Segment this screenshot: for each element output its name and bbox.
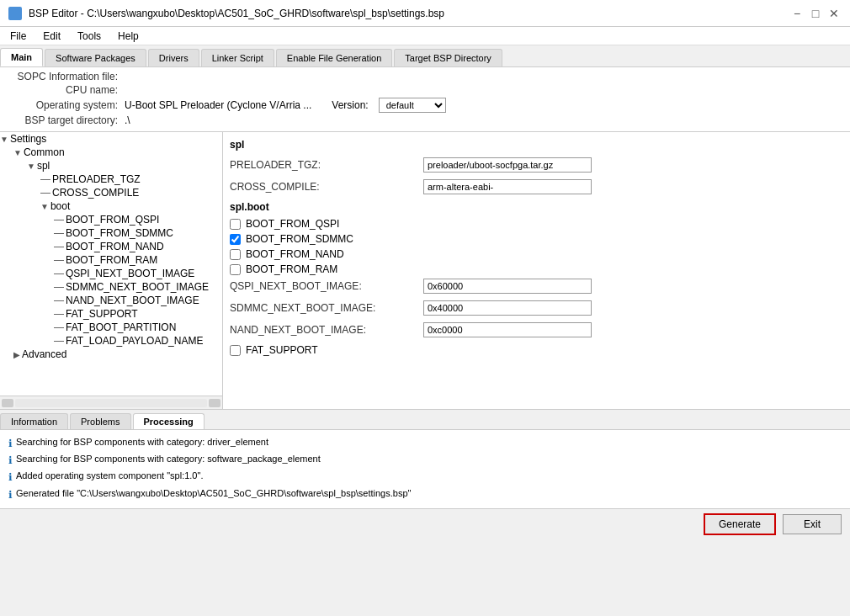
info-icon: ℹ [8, 436, 13, 452]
app-icon [8, 7, 22, 20]
tab-enable-file-generation[interactable]: Enable File Generation [276, 49, 393, 66]
log-text: Searching for BSP components with catego… [16, 435, 268, 450]
preloader-input[interactable] [423, 157, 592, 173]
cross-compile-input[interactable] [423, 179, 592, 194]
menu-edit[interactable]: Edit [36, 29, 67, 43]
menu-tools[interactable]: Tools [71, 29, 108, 43]
menu-help[interactable]: Help [111, 29, 146, 43]
boot-ram-row: BOOT_FROM_RAM [230, 263, 843, 275]
boot-ram-label: BOOT_FROM_RAM [246, 263, 337, 275]
info-icon: ℹ [8, 470, 13, 486]
generate-button[interactable]: Generate [704, 513, 776, 535]
qspi-next-input[interactable] [423, 279, 592, 294]
title-bar-controls[interactable]: − □ ✕ [789, 6, 842, 21]
tab-drivers[interactable]: Drivers [148, 49, 199, 66]
tree-node[interactable]: —BOOT_FROM_SDMMC [0, 226, 222, 240]
boot-sdmmc-checkbox[interactable] [230, 234, 241, 245]
sdmmc-next-label: SDMMC_NEXT_BOOT_IMAGE: [230, 302, 423, 314]
main-tab-bar: Main Software Packages Drivers Linker Sc… [0, 45, 850, 67]
tree-panel: ▼Settings▼Common▼spl—PRELOADER_TGZ—CROSS… [0, 132, 223, 409]
tab-linker-script[interactable]: Linker Script [201, 49, 274, 66]
tree-node[interactable]: —BOOT_FROM_RAM [0, 253, 222, 267]
bsp-row: BSP target directory: .\ [8, 114, 842, 126]
log-tab-bar: Information Problems Processing [0, 410, 850, 430]
tree-node[interactable]: —FAT_LOAD_PAYLOAD_NAME [0, 334, 222, 348]
tree-node[interactable]: ▼boot [0, 199, 222, 213]
info-icon: ℹ [8, 487, 13, 503]
tab-main[interactable]: Main [0, 48, 43, 66]
cross-compile-label: CROSS_COMPILE: [230, 181, 423, 193]
cpu-row: CPU name: [8, 84, 842, 96]
tab-target-bsp-directory[interactable]: Target BSP Directory [394, 49, 502, 66]
version-label: Version: [332, 99, 368, 111]
main-content: ▼Settings▼Common▼spl—PRELOADER_TGZ—CROSS… [0, 132, 850, 410]
tree-inner[interactable]: ▼Settings▼Common▼spl—PRELOADER_TGZ—CROSS… [0, 132, 222, 396]
log-entry: ℹSearching for BSP components with categ… [8, 452, 842, 469]
log-tab-information[interactable]: Information [0, 413, 68, 429]
boot-nand-checkbox[interactable] [230, 249, 241, 260]
version-select[interactable]: default [379, 98, 446, 113]
boot-nand-row: BOOT_FROM_NAND [230, 248, 843, 260]
fat-support-label: FAT_SUPPORT [246, 344, 318, 356]
tree-node[interactable]: —SDMMC_NEXT_BOOT_IMAGE [0, 280, 222, 294]
sdmmc-next-row: SDMMC_NEXT_BOOT_IMAGE: [230, 300, 843, 316]
close-button[interactable]: ✕ [826, 6, 842, 21]
tree-node[interactable]: ▼Settings [0, 132, 222, 146]
preloader-label: PRELOADER_TGZ: [230, 159, 423, 171]
tree-node[interactable]: —BOOT_FROM_NAND [0, 240, 222, 253]
fat-support-row: FAT_SUPPORT [230, 344, 843, 356]
sopc-label: SOPC Information file: [8, 71, 118, 82]
boot-sdmmc-row: BOOT_FROM_SDMMC [230, 233, 843, 245]
bsp-label: BSP target directory: [8, 114, 118, 126]
tree-node[interactable]: —FAT_SUPPORT [0, 307, 222, 321]
log-text: Searching for BSP components with catego… [16, 452, 321, 467]
qspi-next-label: QSPI_NEXT_BOOT_IMAGE: [230, 280, 423, 292]
log-entry: ℹSearching for BSP components with categ… [8, 435, 842, 452]
log-text: Added operating system component "spl:1.… [16, 469, 203, 484]
tree-node[interactable]: ▼Common [0, 146, 222, 159]
settings-panel: spl PRELOADER_TGZ: CROSS_COMPILE: spl.bo… [223, 132, 850, 409]
settings-panel-wrapper: spl PRELOADER_TGZ: CROSS_COMPILE: spl.bo… [223, 132, 850, 409]
boot-qspi-checkbox[interactable] [230, 219, 241, 230]
preloader-row: PRELOADER_TGZ: [230, 157, 843, 173]
cpu-label: CPU name: [8, 84, 118, 96]
log-text: Generated file "C:\Users\wangxubo\Deskto… [16, 486, 411, 502]
nand-next-input[interactable] [423, 322, 592, 337]
tree-node[interactable]: —NAND_NEXT_BOOT_IMAGE [0, 294, 222, 307]
os-label: Operating system: [8, 99, 118, 111]
log-content: ℹSearching for BSP components with categ… [0, 430, 850, 508]
tree-node[interactable]: —BOOT_FROM_QSPI [0, 213, 222, 226]
title-bar-text: BSP Editor - C:\Users\wangxubo\Desktop\A… [29, 8, 444, 19]
nand-next-label: NAND_NEXT_BOOT_IMAGE: [230, 324, 423, 336]
tab-software-packages[interactable]: Software Packages [45, 49, 146, 66]
boot-sdmmc-label: BOOT_FROM_SDMMC [246, 233, 353, 245]
tree-node[interactable]: —PRELOADER_TGZ [0, 173, 222, 186]
title-bar: BSP Editor - C:\Users\wangxubo\Desktop\A… [0, 0, 850, 27]
tree-node[interactable]: —CROSS_COMPILE [0, 186, 222, 199]
tree-horizontal-scrollbar[interactable] [0, 396, 222, 409]
tree-node[interactable]: ▶Advanced [0, 348, 222, 361]
boot-section-title: spl.boot [230, 201, 843, 213]
qspi-next-row: QSPI_NEXT_BOOT_IMAGE: [230, 279, 843, 294]
exit-button[interactable]: Exit [783, 514, 842, 534]
log-tab-processing[interactable]: Processing [133, 413, 205, 429]
sdmmc-next-input[interactable] [423, 300, 592, 316]
boot-ram-checkbox[interactable] [230, 264, 241, 275]
fat-support-checkbox[interactable] [230, 345, 241, 356]
footer: Generate Exit [0, 508, 850, 540]
title-bar-left: BSP Editor - C:\Users\wangxubo\Desktop\A… [8, 7, 444, 20]
boot-qspi-label: BOOT_FROM_QSPI [246, 218, 339, 230]
maximize-button[interactable]: □ [808, 6, 823, 21]
tree-node[interactable]: ▼spl [0, 159, 222, 173]
tree-node[interactable]: —QSPI_NEXT_BOOT_IMAGE [0, 267, 222, 280]
nand-next-row: NAND_NEXT_BOOT_IMAGE: [230, 322, 843, 337]
log-entry: ℹAdded operating system component "spl:1… [8, 469, 842, 486]
info-bar: SOPC Information file: CPU name: Operati… [0, 67, 850, 132]
sopc-row: SOPC Information file: [8, 71, 842, 82]
menu-file[interactable]: File [3, 29, 33, 43]
bsp-value: .\ [125, 114, 130, 126]
minimize-button[interactable]: − [789, 6, 805, 21]
cross-compile-row: CROSS_COMPILE: [230, 179, 843, 194]
log-tab-problems[interactable]: Problems [70, 413, 130, 429]
tree-node[interactable]: —FAT_BOOT_PARTITION [0, 321, 222, 334]
